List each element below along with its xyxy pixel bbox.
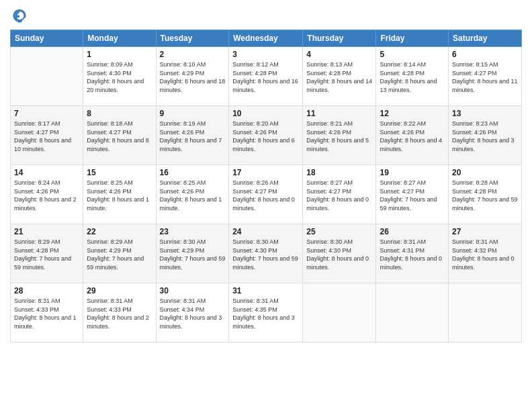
day-cell: 29 Sunrise: 8:31 AMSunset: 4:33 PMDaylig… — [83, 283, 156, 342]
week-row-4: 21 Sunrise: 8:29 AMSunset: 4:28 PMDaylig… — [11, 224, 522, 283]
week-row-1: 1 Sunrise: 8:09 AMSunset: 4:30 PMDayligh… — [11, 47, 522, 106]
day-info: Sunrise: 8:30 AMSunset: 4:29 PMDaylight:… — [160, 238, 226, 271]
day-header-friday: Friday — [376, 30, 449, 47]
day-number: 4 — [306, 50, 372, 59]
day-cell: 23 Sunrise: 8:30 AMSunset: 4:29 PMDaylig… — [156, 224, 229, 283]
day-cell: 6 Sunrise: 8:15 AMSunset: 4:27 PMDayligh… — [449, 47, 522, 106]
day-cell: 18 Sunrise: 8:27 AMSunset: 4:27 PMDaylig… — [303, 165, 376, 224]
day-number: 19 — [380, 168, 445, 177]
day-cell: 3 Sunrise: 8:12 AMSunset: 4:28 PMDayligh… — [229, 47, 303, 106]
day-info: Sunrise: 8:10 AMSunset: 4:29 PMDaylight:… — [160, 60, 226, 94]
day-cell: 20 Sunrise: 8:28 AMSunset: 4:28 PMDaylig… — [449, 165, 522, 224]
day-info: Sunrise: 8:19 AMSunset: 4:26 PMDaylight:… — [160, 120, 226, 153]
day-number: 25 — [306, 227, 372, 236]
day-info: Sunrise: 8:31 AMSunset: 4:33 PMDaylight:… — [87, 297, 152, 330]
day-number: 3 — [232, 50, 299, 59]
week-row-2: 7 Sunrise: 8:17 AMSunset: 4:27 PMDayligh… — [11, 106, 522, 165]
calendar-table: SundayMondayTuesdayWednesdayThursdayFrid… — [10, 30, 522, 342]
day-number: 6 — [452, 50, 518, 59]
day-number: 29 — [87, 286, 152, 295]
page: SundayMondayTuesdayWednesdayThursdayFrid… — [0, 0, 532, 411]
day-info: Sunrise: 8:18 AMSunset: 4:27 PMDaylight:… — [87, 120, 152, 153]
day-number: 11 — [306, 109, 372, 118]
logo-icon — [11, 7, 28, 23]
day-cell: 1 Sunrise: 8:09 AMSunset: 4:30 PMDayligh… — [83, 47, 156, 106]
day-cell: 31 Sunrise: 8:31 AMSunset: 4:35 PMDaylig… — [229, 283, 303, 342]
day-cell: 28 Sunrise: 8:31 AMSunset: 4:33 PMDaylig… — [11, 283, 83, 342]
day-header-sunday: Sunday — [11, 30, 83, 47]
day-info: Sunrise: 8:31 AMSunset: 4:32 PMDaylight:… — [452, 238, 518, 271]
week-row-3: 14 Sunrise: 8:24 AMSunset: 4:26 PMDaylig… — [11, 165, 522, 224]
day-number: 7 — [14, 109, 79, 118]
day-number: 27 — [452, 227, 518, 236]
day-number: 14 — [14, 168, 79, 177]
day-header-monday: Monday — [83, 30, 156, 47]
day-info: Sunrise: 8:28 AMSunset: 4:28 PMDaylight:… — [452, 179, 518, 212]
day-info: Sunrise: 8:09 AMSunset: 4:30 PMDaylight:… — [87, 60, 152, 94]
day-number: 28 — [14, 286, 79, 295]
day-info: Sunrise: 8:26 AMSunset: 4:27 PMDaylight:… — [232, 179, 299, 212]
day-info: Sunrise: 8:30 AMSunset: 4:30 PMDaylight:… — [306, 238, 372, 271]
day-number: 8 — [87, 109, 152, 118]
day-number: 13 — [452, 109, 518, 118]
day-cell: 14 Sunrise: 8:24 AMSunset: 4:26 PMDaylig… — [11, 165, 83, 224]
day-info: Sunrise: 8:31 AMSunset: 4:31 PMDaylight:… — [380, 238, 445, 271]
day-cell: 5 Sunrise: 8:14 AMSunset: 4:28 PMDayligh… — [376, 47, 449, 106]
day-cell: 12 Sunrise: 8:22 AMSunset: 4:26 PMDaylig… — [376, 106, 449, 165]
day-info: Sunrise: 8:30 AMSunset: 4:30 PMDaylight:… — [232, 238, 299, 271]
header — [10, 7, 522, 26]
day-number: 5 — [380, 50, 445, 59]
days-header-row: SundayMondayTuesdayWednesdayThursdayFrid… — [11, 30, 522, 47]
day-number: 20 — [452, 168, 518, 177]
day-cell: 7 Sunrise: 8:17 AMSunset: 4:27 PMDayligh… — [11, 106, 83, 165]
day-info: Sunrise: 8:21 AMSunset: 4:26 PMDaylight:… — [306, 120, 372, 153]
day-number: 17 — [232, 168, 299, 177]
day-info: Sunrise: 8:31 AMSunset: 4:34 PMDaylight:… — [160, 297, 226, 330]
day-info: Sunrise: 8:25 AMSunset: 4:26 PMDaylight:… — [87, 179, 152, 212]
day-info: Sunrise: 8:24 AMSunset: 4:26 PMDaylight:… — [14, 179, 79, 212]
week-row-5: 28 Sunrise: 8:31 AMSunset: 4:33 PMDaylig… — [11, 283, 522, 342]
day-cell — [449, 283, 522, 342]
day-cell: 10 Sunrise: 8:20 AMSunset: 4:26 PMDaylig… — [229, 106, 303, 165]
day-number: 10 — [232, 109, 299, 118]
day-cell: 25 Sunrise: 8:30 AMSunset: 4:30 PMDaylig… — [303, 224, 376, 283]
day-cell — [376, 283, 449, 342]
day-cell: 15 Sunrise: 8:25 AMSunset: 4:26 PMDaylig… — [83, 165, 156, 224]
day-info: Sunrise: 8:27 AMSunset: 4:27 PMDaylight:… — [380, 179, 445, 212]
day-number: 2 — [160, 50, 226, 59]
day-info: Sunrise: 8:29 AMSunset: 4:29 PMDaylight:… — [87, 238, 152, 271]
day-cell: 2 Sunrise: 8:10 AMSunset: 4:29 PMDayligh… — [156, 47, 229, 106]
day-info: Sunrise: 8:22 AMSunset: 4:26 PMDaylight:… — [380, 120, 445, 153]
day-info: Sunrise: 8:27 AMSunset: 4:27 PMDaylight:… — [306, 179, 372, 212]
day-cell: 24 Sunrise: 8:30 AMSunset: 4:30 PMDaylig… — [229, 224, 303, 283]
day-number: 12 — [380, 109, 445, 118]
day-number: 30 — [160, 286, 226, 295]
day-cell: 16 Sunrise: 8:25 AMSunset: 4:26 PMDaylig… — [156, 165, 229, 224]
day-number: 16 — [160, 168, 226, 177]
day-cell: 26 Sunrise: 8:31 AMSunset: 4:31 PMDaylig… — [376, 224, 449, 283]
day-cell: 13 Sunrise: 8:23 AMSunset: 4:26 PMDaylig… — [449, 106, 522, 165]
day-number: 26 — [380, 227, 445, 236]
day-cell: 8 Sunrise: 8:18 AMSunset: 4:27 PMDayligh… — [83, 106, 156, 165]
day-cell: 17 Sunrise: 8:26 AMSunset: 4:27 PMDaylig… — [229, 165, 303, 224]
day-header-wednesday: Wednesday — [229, 30, 303, 47]
day-header-saturday: Saturday — [449, 30, 522, 47]
day-info: Sunrise: 8:29 AMSunset: 4:28 PMDaylight:… — [14, 238, 79, 271]
day-header-thursday: Thursday — [303, 30, 376, 47]
day-info: Sunrise: 8:14 AMSunset: 4:28 PMDaylight:… — [380, 60, 445, 94]
day-cell: 11 Sunrise: 8:21 AMSunset: 4:26 PMDaylig… — [303, 106, 376, 165]
day-cell: 30 Sunrise: 8:31 AMSunset: 4:34 PMDaylig… — [156, 283, 229, 342]
day-cell: 9 Sunrise: 8:19 AMSunset: 4:26 PMDayligh… — [156, 106, 229, 165]
day-info: Sunrise: 8:25 AMSunset: 4:26 PMDaylight:… — [160, 179, 226, 212]
day-info: Sunrise: 8:23 AMSunset: 4:26 PMDaylight:… — [452, 120, 518, 153]
day-number: 24 — [232, 227, 299, 236]
day-header-tuesday: Tuesday — [156, 30, 229, 47]
day-cell: 21 Sunrise: 8:29 AMSunset: 4:28 PMDaylig… — [11, 224, 83, 283]
day-number: 23 — [160, 227, 226, 236]
day-number: 21 — [14, 227, 79, 236]
day-cell: 27 Sunrise: 8:31 AMSunset: 4:32 PMDaylig… — [449, 224, 522, 283]
day-number: 9 — [160, 109, 226, 118]
day-info: Sunrise: 8:31 AMSunset: 4:35 PMDaylight:… — [232, 297, 299, 330]
day-cell: 4 Sunrise: 8:13 AMSunset: 4:28 PMDayligh… — [303, 47, 376, 106]
day-info: Sunrise: 8:15 AMSunset: 4:27 PMDaylight:… — [452, 60, 518, 94]
